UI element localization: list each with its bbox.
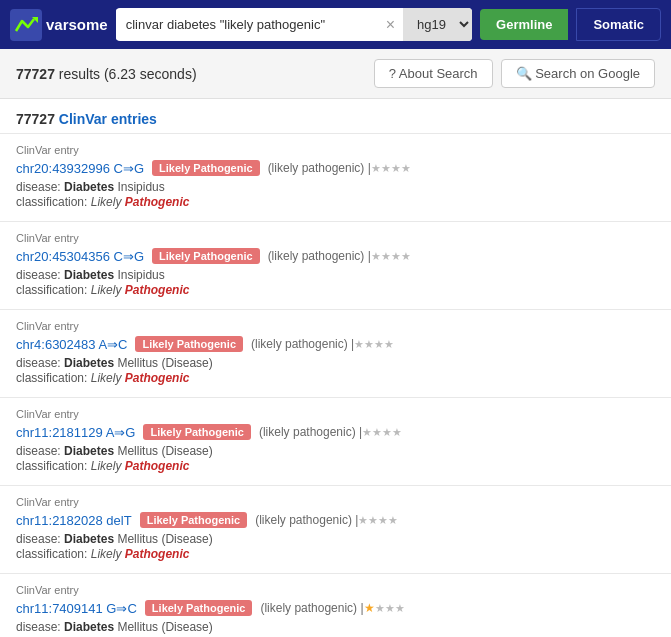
entry-annotation: (likely pathogenic) |★★★★ bbox=[268, 161, 411, 175]
entry-card: ClinVar entry chr11:7409141 G⇒C Likely P… bbox=[0, 573, 671, 637]
entry-link[interactable]: chr11:7409141 G⇒C bbox=[16, 601, 137, 616]
disease-rest: Mellitus (Disease) bbox=[114, 356, 213, 370]
star-1[interactable]: ★ bbox=[381, 250, 391, 262]
entry-annotation: (likely pathogenic) |★★★★ bbox=[260, 601, 404, 615]
entry-card: ClinVar entry chr20:45304356 C⇒G Likely … bbox=[0, 221, 671, 309]
entries-list: ClinVar entry chr20:43932996 C⇒G Likely … bbox=[0, 133, 671, 637]
entry-label: ClinVar entry bbox=[16, 584, 655, 596]
star-0[interactable]: ★ bbox=[371, 250, 381, 262]
star-2[interactable]: ★ bbox=[382, 426, 392, 438]
disease-label: disease: bbox=[16, 356, 61, 370]
entry-link[interactable]: chr20:43932996 C⇒G bbox=[16, 161, 144, 176]
class-likely: Likely bbox=[91, 547, 122, 561]
search-google-button[interactable]: 🔍 Search on Google bbox=[501, 59, 655, 88]
star-1[interactable]: ★ bbox=[375, 602, 385, 614]
entry-link[interactable]: chr11:2182028 delT bbox=[16, 513, 132, 528]
entry-card: ClinVar entry chr20:43932996 C⇒G Likely … bbox=[0, 133, 671, 221]
results-number: 77727 bbox=[16, 66, 55, 82]
clinvar-count: 77727 bbox=[16, 111, 55, 127]
disease-rest: Mellitus (Disease) bbox=[114, 532, 213, 546]
star-1[interactable]: ★ bbox=[364, 338, 374, 350]
star-1[interactable]: ★ bbox=[381, 162, 391, 174]
entry-link[interactable]: chr4:6302483 A⇒C bbox=[16, 337, 127, 352]
star-0[interactable]: ★ bbox=[354, 338, 364, 350]
entry-label: ClinVar entry bbox=[16, 320, 655, 332]
class-label: classification: bbox=[16, 547, 87, 561]
likely-pathogenic-badge: Likely Pathogenic bbox=[135, 336, 243, 352]
class-label: classification: bbox=[16, 195, 87, 209]
entry-disease: disease: Diabetes Mellitus (Disease) bbox=[16, 356, 655, 370]
star-2[interactable]: ★ bbox=[391, 162, 401, 174]
entry-disease: disease: Diabetes Insipidus bbox=[16, 180, 655, 194]
logo: varsome bbox=[10, 9, 108, 41]
star-0[interactable]: ★ bbox=[371, 162, 381, 174]
star-3[interactable]: ★ bbox=[395, 602, 405, 614]
entry-title-row: chr20:43932996 C⇒G Likely Pathogenic (li… bbox=[16, 160, 655, 176]
star-1[interactable]: ★ bbox=[372, 426, 382, 438]
class-label: classification: bbox=[16, 459, 87, 473]
genome-version-select[interactable]: hg19 bbox=[403, 8, 472, 41]
entry-disease: disease: Diabetes Mellitus (Disease) bbox=[16, 620, 655, 634]
star-3[interactable]: ★ bbox=[401, 162, 411, 174]
entry-annotation: (likely pathogenic) |★★★★ bbox=[251, 337, 394, 351]
star-0[interactable]: ★ bbox=[358, 514, 368, 526]
disease-name: Diabetes bbox=[64, 444, 114, 458]
entry-link[interactable]: chr20:45304356 C⇒G bbox=[16, 249, 144, 264]
star-2[interactable]: ★ bbox=[378, 514, 388, 526]
classification-row: classification: Likely Pathogenic bbox=[16, 371, 655, 385]
disease-label: disease: bbox=[16, 620, 61, 634]
entry-title-row: chr11:7409141 G⇒C Likely Pathogenic (lik… bbox=[16, 600, 655, 616]
likely-pathogenic-badge: Likely Pathogenic bbox=[145, 600, 253, 616]
entry-annotation: (likely pathogenic) |★★★★ bbox=[268, 249, 411, 263]
likely-pathogenic-badge: Likely Pathogenic bbox=[140, 512, 248, 528]
class-pathogenic: Pathogenic bbox=[125, 459, 190, 473]
results-actions: ? About Search 🔍 Search on Google bbox=[374, 59, 655, 88]
disease-rest: Mellitus (Disease) bbox=[114, 444, 213, 458]
somatic-button[interactable]: Somatic bbox=[576, 8, 661, 41]
disease-name: Diabetes bbox=[64, 356, 114, 370]
entry-disease: disease: Diabetes Mellitus (Disease) bbox=[16, 444, 655, 458]
star-2[interactable]: ★ bbox=[391, 250, 401, 262]
star-3[interactable]: ★ bbox=[388, 514, 398, 526]
class-likely: Likely bbox=[91, 459, 122, 473]
germline-button[interactable]: Germline bbox=[480, 9, 568, 40]
disease-name: Diabetes bbox=[64, 532, 114, 546]
star-2[interactable]: ★ bbox=[385, 602, 395, 614]
disease-label: disease: bbox=[16, 268, 61, 282]
results-label: results bbox=[59, 66, 104, 82]
google-icon: 🔍 bbox=[516, 66, 532, 81]
entry-label: ClinVar entry bbox=[16, 496, 655, 508]
star-3[interactable]: ★ bbox=[384, 338, 394, 350]
search-clear-button[interactable]: × bbox=[378, 16, 403, 34]
star-0[interactable]: ★ bbox=[362, 426, 372, 438]
star-1[interactable]: ★ bbox=[368, 514, 378, 526]
clinvar-entries-link[interactable]: ClinVar entries bbox=[59, 111, 157, 127]
entry-card: ClinVar entry chr4:6302483 A⇒C Likely Pa… bbox=[0, 309, 671, 397]
disease-rest: Insipidus bbox=[114, 268, 165, 282]
likely-pathogenic-badge: Likely Pathogenic bbox=[143, 424, 251, 440]
header: varsome × hg19 Germline Somatic bbox=[0, 0, 671, 49]
likely-pathogenic-badge: Likely Pathogenic bbox=[152, 248, 260, 264]
results-count: 77727 results (6.23 seconds) bbox=[16, 66, 197, 82]
disease-name: Diabetes bbox=[64, 268, 114, 282]
star-2[interactable]: ★ bbox=[374, 338, 384, 350]
star-3[interactable]: ★ bbox=[392, 426, 402, 438]
entry-label: ClinVar entry bbox=[16, 232, 655, 244]
class-likely: Likely bbox=[91, 371, 122, 385]
disease-rest: Insipidus bbox=[114, 180, 165, 194]
results-time: (6.23 seconds) bbox=[104, 66, 197, 82]
star-0[interactable]: ★ bbox=[364, 601, 375, 615]
class-likely: Likely bbox=[91, 195, 122, 209]
entry-title-row: chr4:6302483 A⇒C Likely Pathogenic (like… bbox=[16, 336, 655, 352]
entry-link[interactable]: chr11:2181129 A⇒G bbox=[16, 425, 135, 440]
star-3[interactable]: ★ bbox=[401, 250, 411, 262]
search-input[interactable] bbox=[116, 9, 378, 40]
classification-row: classification: Likely Pathogenic bbox=[16, 547, 655, 561]
class-pathogenic: Pathogenic bbox=[125, 547, 190, 561]
disease-label: disease: bbox=[16, 180, 61, 194]
entry-title-row: chr20:45304356 C⇒G Likely Pathogenic (li… bbox=[16, 248, 655, 264]
about-search-button[interactable]: ? About Search bbox=[374, 59, 493, 88]
entry-title-row: chr11:2181129 A⇒G Likely Pathogenic (lik… bbox=[16, 424, 655, 440]
classification-row: classification: Likely Pathogenic bbox=[16, 195, 655, 209]
logo-text: varsome bbox=[46, 16, 108, 33]
